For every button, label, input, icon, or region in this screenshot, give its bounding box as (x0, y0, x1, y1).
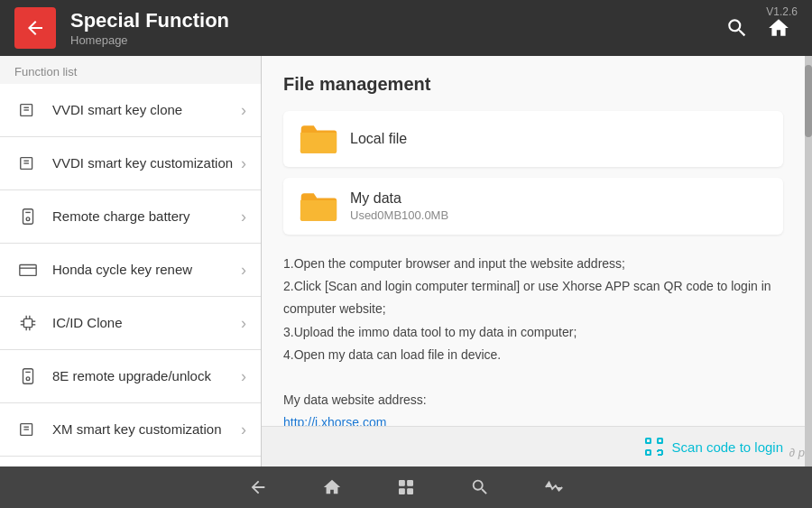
sidebar-item-ic-id-clone[interactable]: IC/ID Clone › (0, 297, 261, 350)
chevron-right-icon: › (241, 208, 246, 226)
function-list-label: Function list (0, 56, 261, 84)
svg-point-21 (26, 377, 30, 381)
instruction-1: 1.Open the computer browser and input th… (283, 253, 783, 275)
sidebar: Function list VVDI smart key clone › VVD… (0, 56, 262, 466)
sidebar-item-toyota-freq[interactable]: Toyota smart key frequency setting › (0, 457, 261, 466)
home-icon[interactable] (767, 16, 790, 40)
svg-rect-6 (23, 209, 33, 225)
sidebar-item-label: Remote charge battery (52, 208, 241, 226)
search-icon[interactable] (725, 16, 749, 40)
nav-recent-button[interactable] (396, 477, 416, 497)
svg-rect-31 (646, 450, 651, 455)
nav-activity-button[interactable] (544, 477, 564, 497)
scan-bar: Scan code to login (262, 426, 805, 466)
instruction-2: 2.Click [Scan and login computer termina… (283, 275, 783, 320)
chevron-right-icon: › (241, 154, 246, 173)
chip-icon (14, 309, 42, 337)
content-area: File management Local file My data Used0… (262, 56, 805, 466)
instruction-4: 4.Open my data can load file in device. (283, 344, 783, 366)
back-button[interactable] (14, 7, 56, 49)
scan-code-button[interactable]: Scan code to login (643, 436, 783, 457)
scan-icon (643, 436, 665, 457)
key-icon-3 (14, 416, 42, 443)
key-icon (14, 97, 42, 124)
svg-rect-9 (20, 265, 36, 276)
scrollbar-thumb[interactable] (805, 65, 812, 137)
svg-rect-30 (658, 439, 662, 443)
header: Special Function Homepage V1.2.6 (0, 0, 812, 56)
sidebar-item-vvdi-custom[interactable]: VVDI smart key customization › (0, 137, 261, 190)
page-subtitle: Homepage (70, 33, 725, 47)
sidebar-item-vvdi-clone[interactable]: VVDI smart key clone › (0, 84, 261, 137)
svg-rect-39 (408, 489, 413, 494)
info-section: 1.Open the computer browser and input th… (283, 253, 783, 435)
sidebar-item-xm-smart-key[interactable]: XM smart key customization › (0, 403, 261, 457)
local-file-card[interactable]: Local file (283, 111, 783, 167)
svg-rect-11 (23, 319, 32, 327)
remote-icon-2 (14, 363, 42, 390)
svg-rect-37 (408, 481, 413, 486)
version-label: V1.2.6 (766, 5, 798, 18)
main-layout: Function list VVDI smart key clone › VVD… (0, 56, 812, 466)
page-title: Special Function (70, 9, 725, 32)
instruction-3: 3.Upload the immo data tool to my data i… (283, 321, 783, 344)
scrollbar-track[interactable] (805, 56, 812, 466)
svg-rect-38 (400, 489, 405, 494)
card-icon (14, 256, 42, 283)
watermark: ∂ p (789, 446, 805, 459)
sidebar-item-label: XM smart key customization (52, 420, 241, 439)
scan-label: Scan code to login (672, 439, 783, 455)
key-icon-2 (14, 150, 42, 177)
sidebar-item-label: VVDI smart key clone (52, 101, 241, 119)
nav-back-button[interactable] (248, 477, 268, 497)
my-data-card[interactable]: My data Used0MB100.0MB (283, 178, 783, 235)
svg-rect-29 (646, 439, 651, 443)
chevron-right-icon: › (241, 367, 246, 386)
svg-point-7 (26, 217, 30, 221)
bottom-nav (0, 466, 812, 508)
sidebar-item-honda-cycle[interactable]: Honda cycle key renew › (0, 244, 261, 297)
chevron-right-icon: › (241, 314, 246, 333)
chevron-right-icon: › (241, 261, 246, 280)
my-data-label: My data Used0MB100.0MB (350, 190, 448, 222)
remote-icon (14, 203, 42, 230)
svg-rect-20 (23, 369, 33, 384)
local-file-label: Local file (350, 131, 407, 147)
sidebar-item-label: 8E remote upgrade/unlock (52, 367, 241, 385)
sidebar-item-label: Honda cycle key renew (52, 261, 241, 279)
header-title-block: Special Function Homepage (70, 9, 725, 46)
website-label: My data website address: (283, 389, 783, 411)
sidebar-item-8e-remote[interactable]: 8E remote upgrade/unlock › (0, 350, 261, 403)
sidebar-item-label: VVDI smart key customization (52, 154, 241, 172)
chevron-right-icon: › (241, 101, 246, 120)
svg-rect-36 (400, 481, 405, 486)
header-icons (725, 16, 790, 40)
chevron-right-icon: › (241, 420, 246, 439)
nav-search-button[interactable] (470, 477, 490, 497)
nav-home-button[interactable] (322, 477, 342, 497)
content-title: File management (283, 74, 783, 95)
sidebar-item-remote-charge[interactable]: Remote charge battery › (0, 190, 261, 244)
sidebar-item-label: IC/ID Clone (52, 314, 241, 332)
